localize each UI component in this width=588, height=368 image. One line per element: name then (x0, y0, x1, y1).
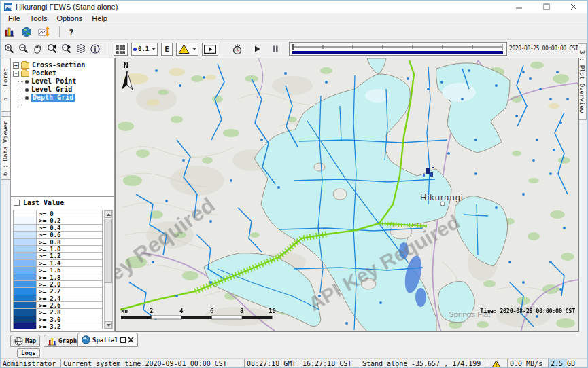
scroll-down-icon[interactable] (105, 321, 112, 329)
legend-row[interactable]: >= 1.2 (14, 253, 102, 259)
logs-button[interactable]: Logs (17, 348, 40, 358)
tab-graph[interactable]: Graph (44, 335, 81, 347)
tab-map[interactable]: Map (10, 335, 40, 347)
zoom-next-icon[interactable] (61, 42, 72, 56)
animation-panel-button[interactable] (202, 43, 218, 56)
legend-row[interactable]: >= 2.0 (14, 281, 102, 288)
tree-item-label-selected: Depth Grid (31, 94, 75, 102)
close-tab-icon[interactable] (128, 337, 134, 343)
pan-hand-icon[interactable] (33, 42, 44, 56)
minimize-button[interactable] (506, 1, 533, 13)
app-window: Hikurangi FEWS (Stand alone) File Tools … (0, 0, 588, 368)
tree-item-cross-section[interactable]: + Cross-section (11, 61, 114, 69)
zoom-in-icon[interactable] (4, 42, 15, 56)
maximize-button[interactable] (533, 1, 560, 13)
menu-file[interactable]: File (3, 14, 25, 23)
close-button[interactable] (560, 1, 587, 13)
map-canvas[interactable]: Hikurangi Springs Flat API Key Required … (116, 58, 579, 332)
legend-row[interactable]: >= 0.6 (14, 232, 102, 238)
legend-label: >= 0 (37, 210, 54, 217)
last-value-label: Last Value (23, 199, 64, 206)
animation-settings-icon[interactable] (231, 42, 243, 56)
legend-label: >= 2.2 (37, 288, 61, 294)
tab-forecast[interactable]: 5 : Forec (1, 58, 10, 112)
legend-scrollbar[interactable] (104, 210, 113, 329)
menu-options[interactable]: Options (52, 14, 87, 23)
legend-row[interactable]: >= 3.2 (14, 323, 102, 329)
legend-swatch (14, 232, 37, 238)
legend-label: >= 0.8 (37, 239, 61, 245)
legend-row[interactable]: >= 2.8 (14, 309, 102, 316)
legend-swatch (14, 253, 37, 259)
legend-row[interactable]: >= 0 (14, 210, 102, 217)
status-bandwidth: 0.0 MB/s (507, 359, 548, 368)
toolbar-separator (107, 43, 107, 54)
main-toolbar: ? (1, 24, 587, 40)
grid-display-button[interactable] (114, 43, 128, 56)
info-icon[interactable] (90, 42, 101, 56)
contour-interval-dropdown[interactable]: 0.1 (131, 43, 158, 56)
zoom-previous-icon[interactable] (47, 42, 58, 56)
tree-item-level-point[interactable]: Level Point (11, 77, 114, 86)
legend-label: >= 1.6 (37, 267, 61, 273)
legend-swatch (14, 210, 37, 217)
legend-row[interactable]: >= 3.0 (14, 316, 102, 323)
undock-icon[interactable] (120, 337, 126, 343)
legend-toggle-button[interactable]: E (161, 43, 173, 56)
legend-swatch (14, 316, 37, 323)
legend-row[interactable]: >= 2.6 (14, 302, 102, 309)
app-icon (4, 3, 12, 11)
status-memory: 2.5 GB (548, 359, 588, 368)
layers-tree-panel: + Cross-section - Pocket Level Point Lev… (10, 58, 115, 196)
legend-row[interactable]: >= 1.0 (14, 246, 102, 253)
tree-item-label: Pocket (32, 69, 56, 77)
legend-label: >= 2.0 (37, 281, 61, 287)
legend-row[interactable]: >= 1.6 (14, 267, 102, 274)
legend-row[interactable]: >= 2.4 (14, 295, 102, 302)
scrollbar-thumb[interactable] (105, 219, 112, 283)
layers-icon[interactable] (75, 42, 86, 56)
menu-help[interactable]: Help (87, 14, 112, 23)
tab-label: Spatial (92, 337, 118, 344)
database-charts-icon[interactable] (4, 25, 15, 39)
legend-row[interactable]: >= 1.4 (14, 260, 102, 267)
folder-icon (21, 71, 29, 77)
statusbar: Administrator Current system time:2020-0… (1, 358, 587, 368)
warning-triangle-icon (491, 360, 501, 368)
legend-row[interactable]: >= 0.8 (14, 239, 102, 246)
tree-connector (18, 81, 23, 82)
globe-icon[interactable] (21, 25, 32, 39)
bullet-icon (25, 88, 29, 92)
legend-row[interactable]: >= 0.4 (14, 225, 102, 232)
tree-item-depth-grid[interactable]: Depth Grid (11, 94, 114, 102)
scale-tick: 2 (150, 308, 153, 314)
tree-item-level-grid[interactable]: Level Grid (11, 86, 114, 94)
timeline-thumb[interactable] (292, 44, 294, 50)
play-icon[interactable] (252, 42, 262, 56)
scroll-up-icon[interactable] (105, 210, 112, 218)
tab-spatial[interactable]: Spatial (77, 333, 138, 347)
tree-item-pocket[interactable]: - Pocket (11, 69, 114, 77)
last-value-checkbox[interactable] (14, 200, 20, 206)
status-warning-cell[interactable] (489, 359, 507, 368)
zoom-out-icon[interactable] (18, 42, 29, 56)
help-icon[interactable]: ? (69, 25, 74, 39)
legend-row[interactable]: >= 0.2 (14, 217, 102, 224)
chart-export-icon[interactable] (38, 25, 50, 39)
thresholds-dropdown[interactable] (176, 43, 198, 56)
legend-label: >= 2.8 (37, 309, 61, 315)
timeline-slider[interactable] (289, 42, 507, 56)
left-tab-strip: 5 : Forec 6 : Data Viewer (1, 58, 10, 332)
menu-tools[interactable]: Tools (25, 14, 52, 23)
legend-row[interactable]: >= 1.8 (14, 274, 102, 281)
expand-icon[interactable]: + (13, 62, 19, 69)
collapse-icon[interactable]: - (13, 71, 19, 77)
legend-label: >= 0.2 (37, 217, 61, 223)
status-gmt-time: 08:27:18 GMT (244, 359, 300, 368)
scale-unit: km (121, 308, 128, 314)
legend-row[interactable]: >= 2.2 (14, 288, 102, 295)
tab-data-viewer[interactable]: 6 : Data Viewer (1, 116, 10, 180)
pause-icon[interactable] (271, 42, 280, 56)
legend-e-label: E (163, 45, 171, 54)
legend-list: >= 0 >= 0.2 >= 0.4 >= 0.6 >= 0.8 >= 1.0 … (13, 210, 103, 329)
